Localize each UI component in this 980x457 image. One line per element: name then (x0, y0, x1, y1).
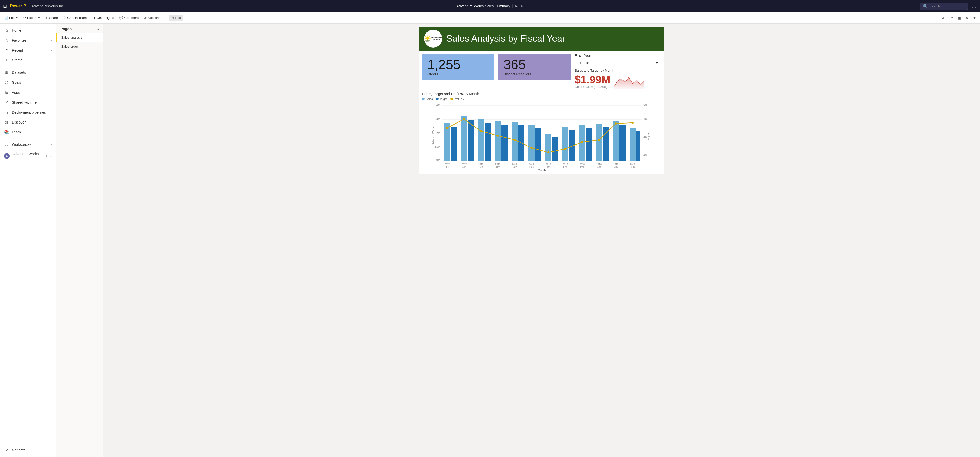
pages-collapse-button[interactable]: « (97, 27, 99, 31)
apps-icon: ⊞ (4, 90, 9, 94)
legend-sales-dot (422, 98, 425, 100)
sidebar: ⌂ Home ☆ Favorites › ↻ Recent › + Create… (0, 24, 56, 457)
fit-button[interactable]: ▣ (956, 15, 963, 21)
sidebar-item-shared[interactable]: ↗ Shared with me (0, 97, 56, 107)
sidebar-item-label: Goals (12, 80, 52, 85)
profit-dot-1 (446, 127, 448, 129)
fiscal-year-label: Fiscal Year (575, 54, 661, 58)
sidebar-item-goals[interactable]: ◎ Goals (0, 77, 56, 87)
export-icon: ↦ (23, 16, 26, 20)
sidebar-item-label: Discover (12, 120, 52, 124)
svg-text:5%: 5% (643, 104, 647, 107)
public-badge[interactable]: Public ⌄ (515, 4, 528, 8)
chart-section: Sales, Target and Profit % by Month Sale… (419, 89, 664, 174)
toolbar-more-button[interactable]: ⋯ (185, 15, 192, 21)
bar-target-3 (485, 123, 491, 161)
svg-text:2018: 2018 (546, 163, 551, 165)
legend-target-dot (436, 98, 439, 100)
svg-text:Nov: Nov (512, 166, 517, 168)
toolbar: 📄 File ▼ ↦ Export ▼ ⇧ Share ♢ Chat in Te… (0, 12, 980, 24)
sparkline-chart (614, 74, 644, 89)
chart-container: $4M $3M $2M $1M $0M Sales and Target 5% … (422, 102, 661, 171)
bar-target-6 (535, 128, 541, 161)
kpi-orders: 1,255 Orders (422, 54, 494, 80)
sidebar-item-get-data[interactable]: ↗ Get data (0, 445, 56, 455)
bar-target-1 (451, 127, 457, 161)
public-label: Public (515, 4, 524, 8)
main-chart-svg: $4M $3M $2M $1M $0M Sales and Target 5% … (422, 102, 661, 171)
chevron-down-icon: ▼ (38, 16, 40, 19)
waffle-icon[interactable]: ⊞ (3, 3, 7, 9)
undo-button[interactable]: ↺ (940, 15, 946, 21)
chart-legend: Sales Target Profit % (422, 97, 661, 101)
share-button[interactable]: ⇧ Share (43, 15, 60, 21)
profit-dot-10 (598, 139, 600, 141)
sidebar-item-home[interactable]: ⌂ Home (0, 26, 56, 35)
sales-target-label: Sales and Target by Month (575, 69, 661, 72)
star-button[interactable]: ★ (972, 15, 978, 21)
refresh-button[interactable]: ↻ (964, 15, 970, 21)
bar-sales-10 (596, 123, 602, 161)
sidebar-item-workspaces[interactable]: ☷ Workspaces › (0, 139, 56, 149)
profit-dot-5 (514, 139, 516, 141)
export-button[interactable]: ↦ Export ▼ (21, 15, 42, 21)
sidebar-item-create[interactable]: + Create (0, 55, 56, 65)
resellers-label: Distinct Resellers (503, 72, 565, 76)
subscribe-button[interactable]: ✉ Subscribe (142, 15, 165, 21)
svg-text:$4M: $4M (435, 104, 440, 107)
favorites-icon: ☆ (4, 38, 9, 43)
svg-text:2017: 2017 (495, 163, 500, 165)
bar-sales-3 (478, 120, 484, 161)
chevron-down-icon: ▼ (16, 16, 18, 19)
sidebar-item-apps[interactable]: ⊞ Apps (0, 87, 56, 97)
sidebar-nav: ⌂ Home ☆ Favorites › ↻ Recent › + Create… (0, 24, 56, 165)
search-input[interactable] (929, 4, 965, 8)
legend-sales: Sales (422, 97, 433, 101)
sidebar-item-deployment[interactable]: ⇆ Deployment pipelines (0, 107, 56, 117)
bar-sales-7 (545, 134, 552, 161)
comment-button[interactable]: 💬 Comment (117, 15, 140, 21)
svg-text:3%: 3% (643, 136, 647, 138)
legend-profit: Profit % (450, 97, 464, 101)
legend-target: Target (436, 97, 447, 101)
sidebar-item-discover[interactable]: ◍ Discover (0, 117, 56, 127)
get-insights-button[interactable]: ● Get insights (91, 15, 116, 21)
svg-text:Feb: Feb (563, 166, 567, 168)
svg-text:2018: 2018 (597, 163, 601, 165)
search-box[interactable]: 🔍 (920, 3, 968, 10)
sidebar-item-learn[interactable]: 📚 Learn (0, 127, 56, 137)
chevron-down-icon: ⌄ (49, 155, 52, 158)
sales-target-panel: Sales and Target by Month $1.99M Goal: $… (575, 69, 661, 89)
export-label: Export (27, 16, 37, 20)
page-item-sales-order[interactable]: Sales order (56, 42, 103, 51)
report-header: ADVENTURE WORKS ADVENTURE WORKS Sales An… (419, 27, 664, 51)
page-item-sales-analysis[interactable]: Sales analysis (56, 33, 103, 42)
orders-label: Orders (427, 72, 489, 76)
chevron-down-icon: ▼ (655, 61, 659, 65)
chat-in-teams-button[interactable]: ♢ Chat in Teams (61, 15, 91, 21)
svg-text:4%: 4% (643, 118, 647, 120)
more-options-button[interactable]: ... (971, 3, 977, 10)
bar-target-9 (586, 128, 592, 161)
edit-button[interactable]: ✎ Edit (169, 15, 183, 21)
sidebar-item-adventureworks[interactable]: A AdventureWorks ... ⚙ ⌄ (0, 149, 56, 163)
share-label: Share (49, 16, 58, 20)
svg-text:Sep: Sep (479, 166, 483, 168)
sidebar-item-recent[interactable]: ↻ Recent › (0, 45, 56, 55)
svg-line-7 (429, 36, 430, 37)
svg-text:Mar: Mar (580, 166, 584, 168)
fiscal-year-select[interactable]: FY2018 ▼ (575, 59, 661, 67)
report-area: ADVENTURE WORKS ADVENTURE WORKS Sales An… (103, 24, 980, 457)
file-button[interactable]: 📄 File ▼ (2, 15, 20, 21)
orders-value: 1,255 (427, 58, 489, 71)
separator: | (512, 4, 513, 8)
sidebar-item-favorites[interactable]: ☆ Favorites › (0, 35, 56, 45)
bookmark-button[interactable]: ☍ (948, 15, 955, 21)
sidebar-item-label: Apps (12, 90, 52, 94)
report-canvas: ADVENTURE WORKS ADVENTURE WORKS Sales An… (419, 27, 664, 174)
shared-icon: ↗ (4, 100, 9, 105)
sidebar-item-datasets[interactable]: ▦ Datasets (0, 67, 56, 77)
bar-target-7 (552, 137, 558, 161)
logo-line1: ADVENTURE (431, 37, 442, 38)
svg-text:2018: 2018 (630, 163, 635, 165)
